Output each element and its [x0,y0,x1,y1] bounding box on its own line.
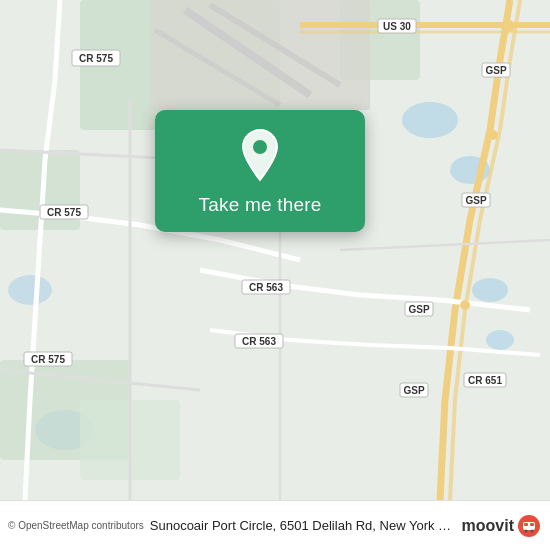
svg-point-3 [472,278,508,302]
svg-text:CR 563: CR 563 [249,282,283,293]
moovit-label: moovit [462,517,514,535]
address-text: Sunocoair Port Circle, 6501 Delilah Rd, … [150,518,454,533]
svg-text:GSP: GSP [403,385,424,396]
map-container: CR 575 US 30 GSP GSP CR 575 CR 563 GSP C… [0,0,550,500]
svg-point-23 [503,20,515,32]
svg-point-5 [8,275,52,305]
svg-rect-52 [530,523,534,526]
svg-point-54 [531,529,534,532]
moovit-logo: moovit [462,515,540,537]
svg-point-53 [525,529,528,532]
svg-text:US 30: US 30 [383,21,411,32]
moovit-icon [518,515,540,537]
svg-point-48 [253,140,267,154]
svg-text:CR 651: CR 651 [468,375,502,386]
take-me-there-button[interactable]: Take me there [199,192,322,218]
svg-text:GSP: GSP [485,65,506,76]
location-pin-icon [237,128,283,182]
svg-point-25 [460,300,470,310]
popup-card: Take me there [155,110,365,232]
svg-text:CR 575: CR 575 [31,354,65,365]
map-svg: CR 575 US 30 GSP GSP CR 575 CR 563 GSP C… [0,0,550,500]
svg-text:CR 563: CR 563 [242,336,276,347]
svg-point-4 [486,330,514,350]
svg-text:GSP: GSP [465,195,486,206]
osm-credit: © OpenStreetMap contributors [8,520,144,531]
svg-text:CR 575: CR 575 [47,207,81,218]
svg-point-1 [402,102,458,138]
svg-text:GSP: GSP [408,304,429,315]
bottom-bar: © OpenStreetMap contributors Sunocoair P… [0,500,550,550]
svg-text:CR 575: CR 575 [79,53,113,64]
svg-point-24 [488,130,498,140]
svg-rect-51 [524,523,528,526]
